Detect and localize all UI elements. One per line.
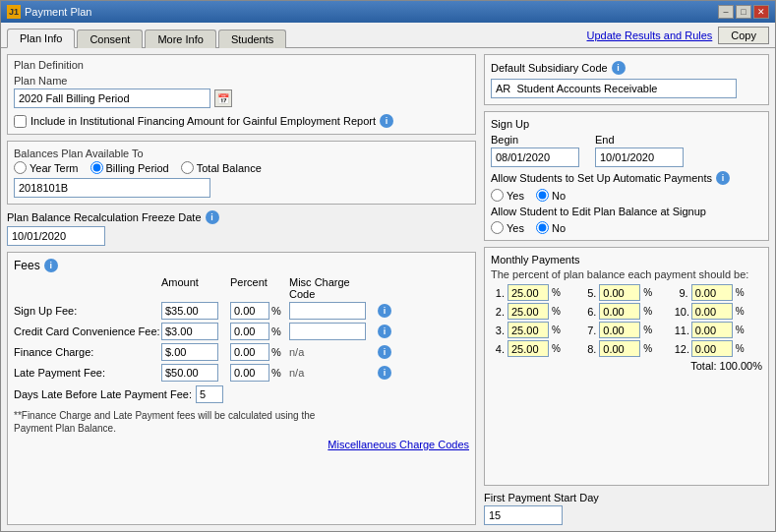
finance-charge-info-icon[interactable]: i bbox=[378, 345, 391, 359]
year-term-radio[interactable] bbox=[14, 161, 27, 174]
first-payment-input[interactable] bbox=[484, 505, 563, 525]
maximize-button[interactable]: □ bbox=[736, 5, 751, 19]
auto-no-radio[interactable] bbox=[536, 189, 549, 202]
content-area: Plan Definition Plan Name 📅 Include in I… bbox=[1, 48, 775, 531]
subsidiary-label-row: Default Subsidiary Code i bbox=[491, 61, 762, 75]
late-payment-info-icon[interactable]: i bbox=[378, 366, 391, 380]
plan-name-input[interactable] bbox=[14, 89, 210, 108]
late-payment-na: n/a bbox=[289, 367, 378, 379]
auto-payments-section: Allow Students to Set Up Automatic Payme… bbox=[491, 171, 762, 202]
tab-students[interactable]: Students bbox=[218, 30, 286, 48]
fee-note: **Finance Charge and Late Payment fees w… bbox=[14, 409, 328, 435]
pay-num-8: 8. bbox=[582, 343, 596, 355]
gainful-employment-info-icon[interactable]: i bbox=[380, 114, 393, 128]
late-payment-percent[interactable] bbox=[230, 364, 269, 382]
freeze-info-icon[interactable]: i bbox=[206, 210, 219, 224]
signup-fee-row: Sign Up Fee: % i bbox=[14, 302, 469, 320]
calendar-icon[interactable]: 📅 bbox=[214, 89, 232, 107]
fees-col-headers: Amount Percent Misc Charge Code bbox=[14, 276, 469, 300]
billing-period-input[interactable] bbox=[14, 178, 210, 198]
pay-input-11[interactable] bbox=[691, 322, 733, 338]
days-row: Days Late Before Late Payment Fee: bbox=[14, 385, 469, 403]
finance-charge-row: Finance Charge: % n/a i bbox=[14, 343, 469, 361]
tab-more-info[interactable]: More Info bbox=[145, 30, 215, 48]
credit-card-fee-row: Credit Card Convenience Fee: % i bbox=[14, 323, 469, 340]
finance-pct-symbol: % bbox=[271, 346, 281, 358]
days-input[interactable] bbox=[196, 385, 223, 403]
tab-consent[interactable]: Consent bbox=[77, 30, 143, 48]
fees-section: Fees i Amount Percent Misc Charge Code S… bbox=[7, 252, 476, 525]
minimize-button[interactable]: – bbox=[718, 5, 734, 19]
signup-fee-percent[interactable] bbox=[230, 302, 269, 320]
billing-period-radio[interactable] bbox=[90, 161, 103, 174]
edit-yes-option: Yes bbox=[491, 221, 524, 234]
subsidiary-input[interactable] bbox=[491, 79, 737, 98]
pay-input-10[interactable] bbox=[691, 303, 733, 320]
end-date-input[interactable] bbox=[595, 148, 684, 167]
monthly-section: Monthly Payments The percent of plan bal… bbox=[484, 247, 769, 486]
plan-definition-title: Plan Definition bbox=[14, 59, 469, 71]
subsidiary-info-icon[interactable]: i bbox=[612, 61, 626, 75]
fees-info-icon[interactable]: i bbox=[44, 259, 58, 272]
credit-card-percent[interactable] bbox=[230, 323, 269, 340]
subsidiary-section: Default Subsidiary Code i bbox=[484, 54, 769, 105]
pay-num-5: 5. bbox=[582, 287, 596, 299]
pay-num-10: 10. bbox=[675, 306, 688, 318]
auto-yes-radio[interactable] bbox=[491, 189, 504, 202]
payment-10: 10. % bbox=[675, 303, 762, 320]
pay-input-4[interactable] bbox=[507, 340, 549, 357]
window-title: Payment Plan bbox=[25, 6, 91, 18]
copy-button[interactable]: Copy bbox=[718, 27, 769, 44]
edit-no-label: No bbox=[552, 222, 566, 234]
auto-payments-label: Allow Students to Set Up Automatic Payme… bbox=[491, 172, 712, 184]
signup-fee-info-icon[interactable]: i bbox=[378, 304, 391, 318]
pay-input-12[interactable] bbox=[691, 340, 733, 357]
edit-balance-section: Allow Student to Edit Plan Balance at Si… bbox=[491, 206, 762, 234]
freeze-date-section: Plan Balance Recalculation Freeze Date i bbox=[7, 210, 476, 246]
monthly-title: Monthly Payments bbox=[491, 254, 762, 266]
pay-num-1: 1. bbox=[491, 287, 505, 299]
freeze-date-input[interactable] bbox=[7, 226, 105, 246]
pay-input-3[interactable] bbox=[507, 322, 549, 338]
edit-yes-radio[interactable] bbox=[491, 221, 504, 234]
amount-header: Amount bbox=[161, 276, 230, 300]
finance-charge-amount[interactable] bbox=[161, 343, 218, 361]
pay-input-7[interactable] bbox=[599, 322, 640, 338]
late-payment-fee-row: Late Payment Fee: % n/a i bbox=[14, 364, 469, 382]
close-button[interactable]: ✕ bbox=[753, 5, 769, 19]
finance-charge-percent[interactable] bbox=[230, 343, 269, 361]
signup-fee-charge[interactable] bbox=[289, 302, 366, 320]
credit-card-amount[interactable] bbox=[161, 323, 218, 340]
pay-num-12: 12. bbox=[675, 343, 688, 355]
pay-input-2[interactable] bbox=[507, 303, 549, 320]
pay-input-9[interactable] bbox=[691, 284, 733, 301]
total-balance-radio[interactable] bbox=[181, 161, 194, 174]
credit-card-info-icon[interactable]: i bbox=[378, 325, 391, 338]
pay-num-4: 4. bbox=[491, 343, 505, 355]
begin-date-input[interactable] bbox=[491, 148, 579, 167]
right-panel: Default Subsidiary Code i Sign Up Begin … bbox=[484, 54, 769, 525]
signup-fee-amount[interactable] bbox=[161, 302, 218, 320]
pay-input-6[interactable] bbox=[599, 303, 640, 320]
late-payment-amount[interactable] bbox=[161, 364, 218, 382]
pay-pct-3: % bbox=[552, 325, 561, 335]
edit-no-radio[interactable] bbox=[536, 221, 549, 234]
tab-bar: Plan Info Consent More Info Students Upd… bbox=[1, 23, 775, 48]
pay-input-1[interactable] bbox=[507, 284, 549, 301]
pay-num-11: 11. bbox=[675, 325, 688, 336]
pay-pct-11: % bbox=[736, 325, 745, 335]
title-controls: – □ ✕ bbox=[718, 5, 769, 19]
auto-payments-info-icon[interactable]: i bbox=[716, 171, 730, 185]
gainful-employment-checkbox[interactable] bbox=[14, 115, 27, 128]
tab-plan-info[interactable]: Plan Info bbox=[7, 29, 75, 48]
freeze-label: Plan Balance Recalculation Freeze Date bbox=[7, 211, 202, 223]
payment-7: 7. % bbox=[582, 322, 670, 338]
credit-card-charge[interactable] bbox=[289, 323, 366, 340]
signup-title: Sign Up bbox=[491, 118, 762, 130]
payment-2: 2. % bbox=[491, 303, 578, 320]
pay-input-8[interactable] bbox=[599, 340, 640, 357]
total-balance-option: Total Balance bbox=[181, 161, 262, 174]
misc-codes-link[interactable]: Miscellaneous Charge Codes bbox=[14, 439, 469, 450]
update-results-link[interactable]: Update Results and Rules bbox=[587, 30, 713, 41]
pay-input-5[interactable] bbox=[599, 284, 640, 301]
